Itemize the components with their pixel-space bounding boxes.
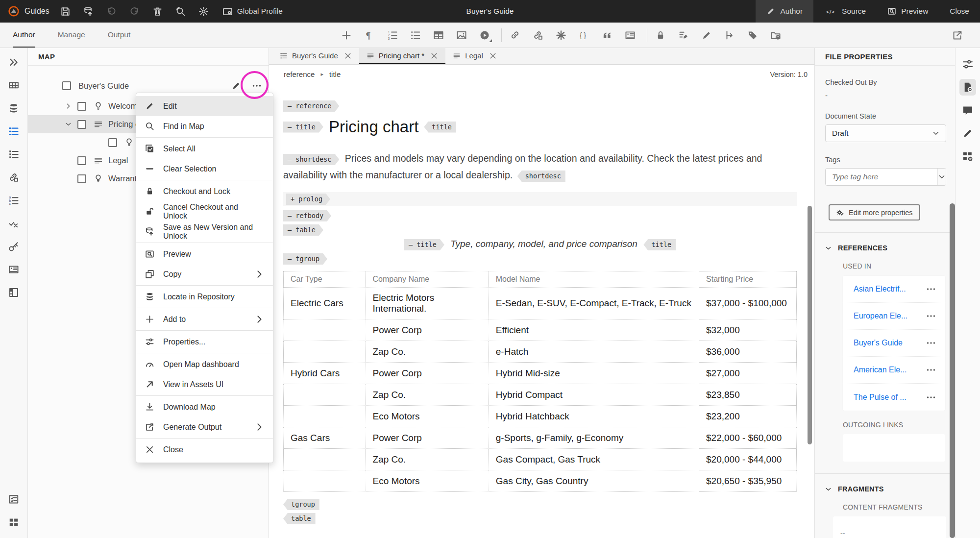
table-cell[interactable] — [284, 384, 366, 406]
table-cell[interactable]: Hybrid Cars — [284, 363, 366, 384]
used-in-link[interactable]: American Ele... — [854, 366, 906, 374]
prolog-tag[interactable]: prolog — [286, 194, 330, 205]
close-button[interactable]: Close — [939, 0, 980, 23]
table-cell[interactable]: Gas Cars — [284, 427, 366, 449]
preview-mode-button[interactable]: Preview — [877, 0, 939, 23]
table-cell[interactable]: Gas Compact, Gas Truck — [489, 449, 699, 470]
item-checkbox[interactable] — [77, 174, 86, 183]
item-checkbox[interactable] — [108, 138, 117, 147]
table-cell[interactable]: Hybrid Compact — [489, 384, 699, 406]
edit-map-pencil-icon[interactable] — [231, 81, 241, 91]
table-cell[interactable]: $23,850 — [699, 384, 797, 406]
tab-close-icon[interactable] — [430, 52, 438, 60]
table-cell[interactable]: Hybrid Mid-size — [489, 363, 699, 384]
author-mode-button[interactable]: Author — [756, 0, 813, 23]
doc-tab-buyer-s-guide[interactable]: Buyer's Guide — [272, 48, 359, 64]
item-checkbox[interactable] — [77, 156, 86, 165]
document-state-select[interactable]: Draft — [825, 124, 946, 142]
pencil-button[interactable] — [698, 27, 715, 44]
table-cell[interactable]: $37,000 - $100,000 — [699, 288, 797, 319]
delete-button[interactable] — [150, 4, 165, 19]
table-button[interactable] — [430, 27, 447, 44]
ribbon-tab-output[interactable]: Output — [108, 23, 131, 48]
multimedia-button[interactable] — [476, 27, 493, 44]
table-cell[interactable]: $20,000 - $44,000 — [699, 449, 797, 470]
tag-button[interactable] — [744, 27, 761, 44]
table-cell[interactable]: Zap Co. — [366, 341, 489, 363]
right-rail-properties-button[interactable] — [959, 56, 976, 73]
table-cell[interactable] — [284, 341, 366, 363]
reference-more-options-icon[interactable] — [926, 311, 936, 321]
menu-item-download-map[interactable]: Download Map — [136, 397, 273, 417]
tags-dropdown-button[interactable] — [937, 169, 946, 185]
rail-glossary-button[interactable]: abc — [6, 193, 21, 208]
link-button[interactable] — [507, 27, 523, 44]
table-cell[interactable]: $27,000 — [699, 363, 797, 384]
table-cell[interactable]: $32,000 — [699, 319, 797, 341]
save-version-button[interactable] — [81, 4, 96, 19]
table-cell[interactable]: Power Corp — [366, 363, 489, 384]
menu-item-cancel-checkout-and-unlock[interactable]: Cancel Checkout and Unlock — [136, 201, 273, 221]
ordered-list-button[interactable]: 123 — [384, 27, 401, 44]
reference-more-options-icon[interactable] — [926, 365, 936, 375]
doc-tab-legal[interactable]: Legal — [445, 48, 504, 64]
tgroup-close-tag[interactable]: tgroup — [283, 499, 319, 510]
tab-close-icon[interactable] — [344, 52, 352, 60]
pricing-table[interactable]: Car TypeCompany NameModel NameStarting P… — [283, 271, 797, 492]
paragraph-button[interactable]: ¶ — [361, 27, 378, 44]
document-canvas[interactable]: reference title Pricing chart title shor… — [269, 84, 814, 538]
table-cell[interactable]: Power Corp — [366, 427, 489, 449]
quote-button[interactable] — [599, 27, 615, 44]
add-button[interactable] — [338, 27, 355, 44]
used-in-link[interactable]: Asian Electrif... — [854, 285, 906, 293]
reference-more-options-icon[interactable] — [926, 284, 936, 294]
menu-item-close[interactable]: Close — [136, 440, 273, 460]
table-cell[interactable]: $23,200 — [699, 406, 797, 427]
table-cell[interactable]: Hybrid Hatchback — [489, 406, 699, 427]
edit-more-properties-button[interactable]: Edit more properties — [829, 204, 920, 220]
table-cell[interactable]: $36,000 — [699, 341, 797, 363]
table-cell[interactable]: $22,000 - $60,000 — [699, 427, 797, 449]
doc-tab-pricing-chart-[interactable]: Pricing chart * — [359, 48, 445, 64]
find-replace-button[interactable] — [173, 4, 188, 19]
ribbon-tab-manage[interactable]: Manage — [58, 23, 85, 48]
table-cell[interactable]: e-Hatch — [489, 341, 699, 363]
rail-blocks-button[interactable] — [6, 515, 21, 530]
conditional-tags-button[interactable] — [675, 27, 692, 44]
rail-cross-reference-button[interactable] — [6, 170, 21, 185]
title-open-tag[interactable]: title — [283, 122, 323, 133]
table-cell[interactable] — [284, 449, 366, 470]
collapse-chevron-icon[interactable] — [65, 121, 77, 127]
menu-item-find-in-map[interactable]: Find in Map — [136, 116, 273, 136]
menu-item-add-to[interactable]: Add to — [136, 309, 273, 329]
panel-scrollbar[interactable] — [950, 203, 955, 538]
used-in-link[interactable]: Buyer's Guide — [854, 339, 903, 347]
table-cell[interactable]: Electric Cars — [284, 288, 366, 319]
table-cell[interactable] — [284, 406, 366, 427]
code-snippet-button[interactable]: { } — [576, 27, 592, 44]
menu-item-edit[interactable]: Edit — [136, 96, 273, 116]
rail-grid-button[interactable] — [6, 78, 21, 93]
merge-button[interactable] — [721, 27, 738, 44]
new-folder-button[interactable] — [767, 27, 784, 44]
rail-map-button[interactable] — [6, 124, 21, 139]
table-cell[interactable]: Gas City, Gas Country — [489, 470, 699, 492]
rail-report-button[interactable] — [6, 285, 21, 300]
rail-review-checklist-button[interactable] — [6, 492, 21, 507]
table-cell[interactable]: Power Corp — [366, 319, 489, 341]
lock-button[interactable] — [652, 27, 669, 44]
shortdesc-close-tag[interactable]: shortdesc — [517, 171, 565, 182]
map-more-options-icon[interactable] — [252, 81, 262, 91]
reference-more-options-icon[interactable] — [926, 392, 936, 402]
redo-button[interactable] — [127, 4, 142, 19]
rail-key-button[interactable] — [6, 239, 21, 254]
item-checkbox[interactable] — [77, 102, 86, 111]
editor-scrollbar[interactable] — [808, 206, 812, 444]
rail-repository-button[interactable] — [6, 101, 21, 116]
graphic-button[interactable] — [622, 27, 638, 44]
menu-item-open-map-dashboard[interactable]: Open Map dashboard — [136, 354, 273, 374]
source-mode-button[interactable]: </> Source — [813, 0, 877, 23]
menu-item-generate-output[interactable]: Generate Output — [136, 417, 273, 437]
bullet-list-button[interactable] — [407, 27, 424, 44]
table-open-tag[interactable]: table — [283, 224, 323, 236]
